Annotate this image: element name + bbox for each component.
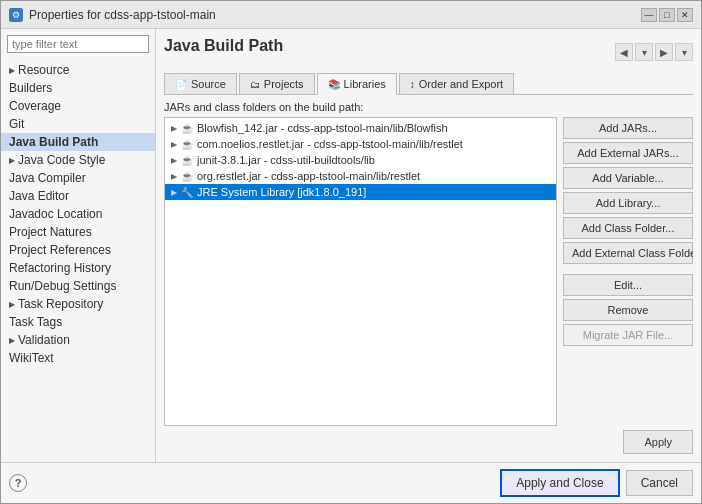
sidebar-item-git[interactable]: Git	[1, 115, 155, 133]
nav-arrows: ◀ ▾ ▶ ▾	[615, 43, 693, 61]
entry-noelios[interactable]: ▶☕com.noelios.restlet.jar - cdss-app-tst…	[165, 136, 556, 152]
projects-tab-icon: 🗂	[250, 79, 260, 90]
add-external-jars-button[interactable]: Add External JARs...	[563, 142, 693, 164]
sidebar-item-java-code-style[interactable]: ▶Java Code Style	[1, 151, 155, 169]
sidebar-item-coverage[interactable]: Coverage	[1, 97, 155, 115]
sidebar-item-refactoring-history[interactable]: Refactoring History	[1, 259, 155, 277]
chevron-icon: ▶	[9, 300, 15, 309]
sidebar-item-java-compiler[interactable]: Java Compiler	[1, 169, 155, 187]
projects-tab-label: Projects	[264, 78, 304, 90]
sidebar-item-label: Run/Debug Settings	[9, 279, 116, 293]
nav-back-button[interactable]: ◀	[615, 43, 633, 61]
sidebar-item-validation[interactable]: ▶Validation	[1, 331, 155, 349]
expand-icon: ▶	[171, 140, 177, 149]
main-panel: Java Build Path ◀ ▾ ▶ ▾ 📄Source🗂Projects…	[156, 29, 701, 462]
entry-type-icon: ☕	[181, 139, 193, 150]
nav-dropdown-button[interactable]: ▾	[635, 43, 653, 61]
expand-icon: ▶	[171, 124, 177, 133]
tab-projects[interactable]: 🗂Projects	[239, 73, 315, 94]
chevron-icon: ▶	[9, 66, 15, 75]
sidebar-item-java-editor[interactable]: Java Editor	[1, 187, 155, 205]
filter-input[interactable]	[7, 35, 149, 53]
sidebar-item-label: Project Natures	[9, 225, 92, 239]
add-jars-button[interactable]: Add JARs...	[563, 117, 693, 139]
add-library-button[interactable]: Add Library...	[563, 192, 693, 214]
sidebar-item-wikitext[interactable]: WikiText	[1, 349, 155, 367]
add-variable-button[interactable]: Add Variable...	[563, 167, 693, 189]
entry-label: JRE System Library [jdk1.8.0_191]	[197, 186, 366, 198]
libraries-tab-icon: 📚	[328, 79, 340, 90]
apply-close-button[interactable]: Apply and Close	[500, 469, 619, 497]
sidebar-item-label: Java Code Style	[18, 153, 105, 167]
sidebar-item-label: Resource	[18, 63, 69, 77]
sidebar-item-label: Task Repository	[18, 297, 103, 311]
add-external-class-folder-button[interactable]: Add External Class Folder...	[563, 242, 693, 264]
tab-order-export[interactable]: ↕Order and Export	[399, 73, 514, 94]
entry-label: Blowfish_142.jar - cdss-app-tstool-main/…	[197, 122, 448, 134]
edit-button[interactable]: Edit...	[563, 274, 693, 296]
libraries-tab-label: Libraries	[344, 78, 386, 90]
bottom-left: ?	[9, 474, 27, 492]
entry-type-icon: 🔧	[181, 187, 193, 198]
entry-type-icon: ☕	[181, 123, 193, 134]
sidebar-item-task-tags[interactable]: Task Tags	[1, 313, 155, 331]
minimize-button[interactable]: —	[641, 8, 657, 22]
entry-type-icon: ☕	[181, 171, 193, 182]
tab-source[interactable]: 📄Source	[164, 73, 237, 94]
sidebar-item-resource[interactable]: ▶Resource	[1, 61, 155, 79]
order-export-tab-label: Order and Export	[419, 78, 503, 90]
entry-jre[interactable]: ▶🔧JRE System Library [jdk1.8.0_191]	[165, 184, 556, 200]
sidebar: ▶ResourceBuildersCoverageGitJava Build P…	[1, 29, 156, 462]
maximize-button[interactable]: □	[659, 8, 675, 22]
help-button[interactable]: ?	[9, 474, 27, 492]
build-path-content: ▶☕Blowfish_142.jar - cdss-app-tstool-mai…	[164, 117, 693, 426]
cancel-button[interactable]: Cancel	[626, 470, 693, 496]
sidebar-item-label: Javadoc Location	[9, 207, 102, 221]
tab-libraries[interactable]: 📚Libraries	[317, 73, 397, 95]
dialog-title: Properties for cdss-app-tstool-main	[29, 8, 216, 22]
close-button[interactable]: ✕	[677, 8, 693, 22]
sidebar-item-java-build-path[interactable]: Java Build Path	[1, 133, 155, 151]
nav-menu-button[interactable]: ▾	[675, 43, 693, 61]
expand-icon: ▶	[171, 172, 177, 181]
order-export-tab-icon: ↕	[410, 79, 415, 90]
add-class-folder-button[interactable]: Add Class Folder...	[563, 217, 693, 239]
entry-blowfish[interactable]: ▶☕Blowfish_142.jar - cdss-app-tstool-mai…	[165, 120, 556, 136]
sidebar-item-label: Coverage	[9, 99, 61, 113]
sidebar-item-label: Builders	[9, 81, 52, 95]
sidebar-item-javadoc-location[interactable]: Javadoc Location	[1, 205, 155, 223]
nav-forward-button[interactable]: ▶	[655, 43, 673, 61]
panel-title: Java Build Path	[164, 37, 283, 59]
build-path-section: JARs and class folders on the build path…	[164, 101, 693, 454]
source-tab-icon: 📄	[175, 79, 187, 90]
sidebar-item-label: Java Compiler	[9, 171, 86, 185]
entry-label: org.restlet.jar - cdss-app-tstool-main/l…	[197, 170, 420, 182]
dialog: ⚙ Properties for cdss-app-tstool-main — …	[0, 0, 702, 504]
entry-type-icon: ☕	[181, 155, 193, 166]
entries-list[interactable]: ▶☕Blowfish_142.jar - cdss-app-tstool-mai…	[164, 117, 557, 426]
sidebar-item-label: Project References	[9, 243, 111, 257]
sidebar-item-run-debug-settings[interactable]: Run/Debug Settings	[1, 277, 155, 295]
title-controls: — □ ✕	[641, 8, 693, 22]
remove-button[interactable]: Remove	[563, 299, 693, 321]
sidebar-item-task-repository[interactable]: ▶Task Repository	[1, 295, 155, 313]
sidebar-item-project-references[interactable]: Project References	[1, 241, 155, 259]
entry-junit[interactable]: ▶☕junit-3.8.1.jar - cdss-util-buildtools…	[165, 152, 556, 168]
sidebar-item-label: Java Build Path	[9, 135, 98, 149]
section-label: JARs and class folders on the build path…	[164, 101, 693, 113]
sidebar-list: ▶ResourceBuildersCoverageGitJava Build P…	[1, 59, 155, 462]
tabs: 📄Source🗂Projects📚Libraries↕Order and Exp…	[164, 73, 693, 95]
bottom-right: Apply and Close Cancel	[500, 469, 693, 497]
button-spacer	[563, 267, 693, 271]
sidebar-item-label: Refactoring History	[9, 261, 111, 275]
apply-panel-button[interactable]: Apply	[623, 430, 693, 454]
sidebar-item-project-natures[interactable]: Project Natures	[1, 223, 155, 241]
sidebar-item-builders[interactable]: Builders	[1, 79, 155, 97]
sidebar-item-label: Validation	[18, 333, 70, 347]
sidebar-item-label: Git	[9, 117, 24, 131]
entry-restlet[interactable]: ▶☕org.restlet.jar - cdss-app-tstool-main…	[165, 168, 556, 184]
entry-label: junit-3.8.1.jar - cdss-util-buildtools/l…	[197, 154, 375, 166]
migrate-jar-button: Migrate JAR File...	[563, 324, 693, 346]
source-tab-label: Source	[191, 78, 226, 90]
sidebar-item-label: WikiText	[9, 351, 54, 365]
